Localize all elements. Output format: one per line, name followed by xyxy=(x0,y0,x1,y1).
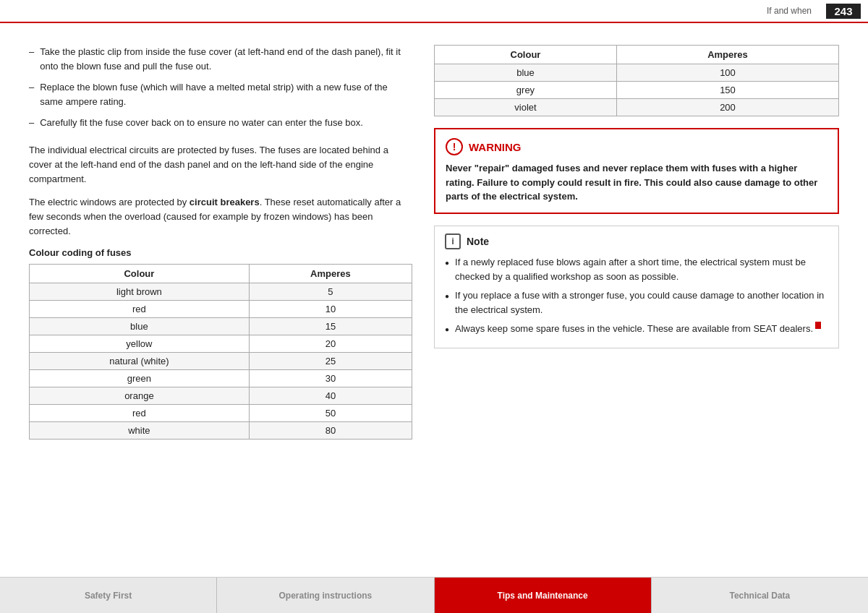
note-bullet-item: If a newly replaced fuse blows again aft… xyxy=(445,255,828,284)
table-cell: 100 xyxy=(616,64,838,82)
table-cell: 150 xyxy=(616,82,838,99)
note-box: i Note If a newly replaced fuse blows ag… xyxy=(434,226,839,349)
right-column: Colour Amperes blue100grey150violet200 !… xyxy=(434,45,839,577)
table-cell: 80 xyxy=(249,422,412,440)
table-cell: grey xyxy=(435,82,617,99)
table-cell: 25 xyxy=(249,353,412,370)
table-cell: green xyxy=(30,370,250,387)
footer-item[interactable]: Tips and Maintenance xyxy=(435,578,652,613)
header-section: If and when xyxy=(767,6,812,16)
table-cell: 30 xyxy=(249,370,412,387)
table-cell: blue xyxy=(30,318,250,335)
list-item: – Carefully fit the fuse cover back on t… xyxy=(29,116,412,130)
note-title: i Note xyxy=(445,233,828,249)
dash-icon: – xyxy=(29,116,34,130)
table-cell: 15 xyxy=(249,318,412,335)
note-bullet-item: Always keep some spare fuses in the vehi… xyxy=(445,322,828,336)
table-cell: 50 xyxy=(249,405,412,422)
colour-fuse-table: Colour Amperes light brown5red10blue15ye… xyxy=(29,264,412,440)
table-cell: 40 xyxy=(249,387,412,405)
table-cell: 5 xyxy=(249,283,412,301)
note-icon: i xyxy=(445,233,461,249)
warning-title: ! WARNING xyxy=(446,138,827,155)
ampere-fuse-table: Colour Amperes blue100grey150violet200 xyxy=(434,45,839,116)
warning-icon: ! xyxy=(446,138,463,155)
top-header: If and when 243 xyxy=(0,0,868,23)
list-item: – Take the plastic clip from inside the … xyxy=(29,45,412,73)
ampere-table-header-colour: Colour xyxy=(435,46,617,64)
dash-item-text: Replace the blown fuse (which will have … xyxy=(40,80,412,108)
body-paragraph-1: The individual electrical circuits are p… xyxy=(29,143,412,187)
list-item: – Replace the blown fuse (which will hav… xyxy=(29,80,412,108)
ampere-table-header-amperes: Amperes xyxy=(616,46,838,64)
end-marker xyxy=(815,322,821,329)
table-cell: orange xyxy=(30,387,250,405)
table-cell: natural (white) xyxy=(30,353,250,370)
table-cell: violet xyxy=(435,99,617,116)
dash-list: – Take the plastic clip from inside the … xyxy=(29,45,412,130)
main-content: – Take the plastic clip from inside the … xyxy=(0,23,868,577)
dash-icon: – xyxy=(29,80,34,108)
table-cell: yellow xyxy=(30,335,250,353)
warning-text: Never "repair" damaged fuses and never r… xyxy=(446,161,827,204)
left-column: – Take the plastic clip from inside the … xyxy=(29,45,412,577)
page-number: 243 xyxy=(826,4,861,19)
colour-table-header-amperes: Amperes xyxy=(249,265,412,283)
table-cell: white xyxy=(30,422,250,440)
circuit-breakers-bold: circuit breakers xyxy=(190,197,260,207)
body-p2-prefix: The electric windows are protected by xyxy=(29,197,190,207)
table-cell: red xyxy=(30,301,250,318)
footer: Safety FirstOperating instructionsTips a… xyxy=(0,577,868,613)
table-cell: 10 xyxy=(249,301,412,318)
note-bullet-item: If you replace a fuse with a stronger fu… xyxy=(445,288,828,317)
colour-heading: Colour coding of fuses xyxy=(29,247,412,258)
body-paragraph-2: The electric windows are protected by ci… xyxy=(29,195,412,239)
footer-item[interactable]: Technical Data xyxy=(652,578,868,613)
colour-table-header-colour: Colour xyxy=(30,265,250,283)
footer-item[interactable]: Safety First xyxy=(0,578,217,613)
table-cell: light brown xyxy=(30,283,250,301)
table-cell: red xyxy=(30,405,250,422)
table-cell: 200 xyxy=(616,99,838,116)
table-cell: blue xyxy=(435,64,617,82)
footer-item[interactable]: Operating instructions xyxy=(217,578,434,613)
note-label: Note xyxy=(467,236,489,247)
dash-item-text: Carefully fit the fuse cover back on to … xyxy=(40,116,363,130)
dash-icon: – xyxy=(29,45,34,73)
dash-item-text: Take the plastic clip from inside the fu… xyxy=(40,45,412,73)
warning-box: ! WARNING Never "repair" damaged fuses a… xyxy=(434,128,839,214)
warning-label: WARNING xyxy=(469,141,522,153)
table-cell: 20 xyxy=(249,335,412,353)
note-bullets: If a newly replaced fuse blows again aft… xyxy=(445,255,828,337)
